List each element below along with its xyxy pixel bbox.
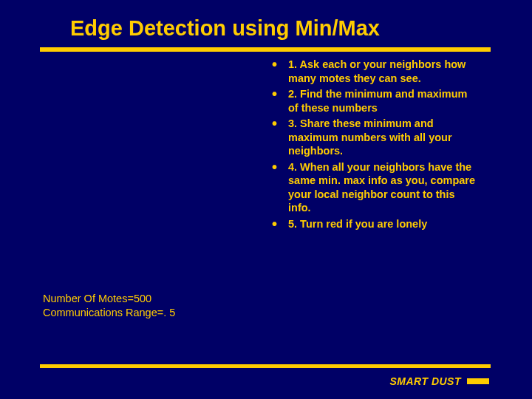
slide: Edge Detection using Min/Max 1. Ask each…	[0, 0, 532, 399]
parameters-caption: Number Of Motes=500 Communications Range…	[43, 292, 175, 320]
caption-line: Communications Range=. 5	[43, 306, 175, 320]
brand-text: SMART DUST	[389, 375, 461, 387]
bullet-item: 2. Find the minimum and maximum of these…	[272, 87, 480, 115]
bullet-item: 3. Share these minimum and maximum numbe…	[272, 117, 480, 158]
bullet-item: 5. Turn red if you are lonely	[272, 217, 480, 231]
slide-title: Edge Detection using Min/Max	[0, 0, 532, 41]
footer-divider	[40, 364, 491, 368]
bullet-item: 4. When all your neighbors have the same…	[272, 160, 480, 215]
title-divider	[40, 47, 491, 52]
right-column: 1. Ask each or your neighbors how many m…	[272, 58, 494, 233]
left-column	[0, 58, 272, 233]
bullet-item: 1. Ask each or your neighbors how many m…	[272, 58, 480, 85]
footer-brand: SMART DUST	[389, 375, 489, 387]
content-area: 1. Ask each or your neighbors how many m…	[0, 58, 532, 233]
bullet-list: 1. Ask each or your neighbors how many m…	[272, 58, 480, 231]
caption-line: Number Of Motes=500	[43, 292, 175, 306]
brand-mark-icon	[467, 378, 489, 384]
